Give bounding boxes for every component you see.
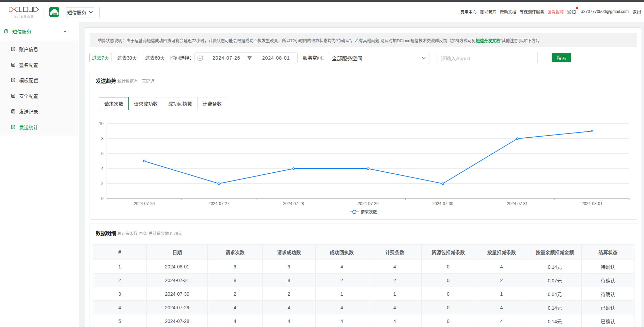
svg-text:2024-07-30: 2024-07-30 (432, 201, 453, 206)
svg-text:2024-08-01: 2024-08-01 (582, 201, 603, 206)
svg-text:2024-07-26: 2024-07-26 (134, 201, 155, 206)
svg-text:0: 0 (101, 196, 104, 201)
svg-text:2024-07-28: 2024-07-28 (283, 201, 304, 206)
svg-text:uni: uni (52, 12, 57, 15)
svg-text:2024-07-29: 2024-07-29 (358, 201, 379, 206)
svg-text:8: 8 (101, 136, 104, 141)
svg-text:4: 4 (101, 166, 104, 171)
svg-text:请求次数: 请求次数 (361, 209, 377, 215)
svg-text:2024-07-27: 2024-07-27 (208, 201, 230, 206)
svg-text:2024-07-31: 2024-07-31 (507, 201, 528, 206)
svg-text:6: 6 (101, 151, 104, 156)
svg-text:2: 2 (101, 181, 104, 186)
svg-text:10: 10 (99, 121, 104, 126)
